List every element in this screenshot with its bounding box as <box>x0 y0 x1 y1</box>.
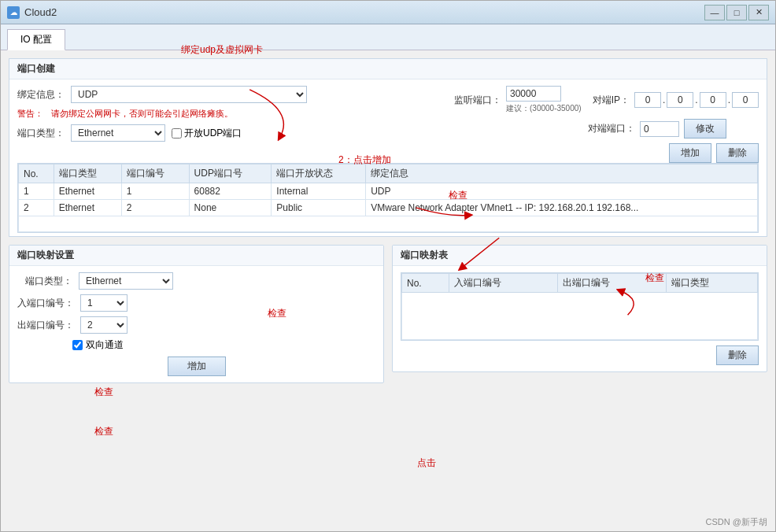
cell-udp: 60882 <box>189 183 272 200</box>
col-bind: 绑定信息 <box>366 164 758 183</box>
port-type-label: 端口类型： <box>17 127 65 140</box>
mapping-table-box: 端口映射表 No. 入端口编号 出端口编号 端口类型 <box>392 245 767 372</box>
minimize-button[interactable]: — <box>704 5 725 20</box>
port-table-container: No. 端口类型 端口编号 UDP端口号 端口开放状态 绑定信息 1 <box>17 163 759 233</box>
monitor-port-input[interactable] <box>506 86 561 102</box>
title-bar: ☁ Cloud2 — □ ✕ <box>1 1 775 24</box>
out-port-select[interactable]: 2 <box>80 316 127 334</box>
main-content: 端口创建 绑定信息： UDP 警告： 请勿绑定公网网卡，否则可能会引起 <box>1 50 775 531</box>
remote-port-input[interactable] <box>640 121 679 137</box>
maximize-button[interactable]: □ <box>726 5 747 20</box>
cell-bind: UDP <box>366 183 758 200</box>
cell-udp: None <box>189 200 272 216</box>
remote-ip-label: 对端IP： <box>593 94 630 107</box>
monitor-port-label: 监听端口： <box>454 94 501 107</box>
main-window: ☁ Cloud2 — □ ✕ IO 配置 端口创建 绑定信息： <box>0 0 776 532</box>
mapping-add-button[interactable]: 增加 <box>168 357 226 376</box>
warning-row: 警告： 请勿绑定公网网卡，否则可能会引起网络瘫痪。 <box>17 108 438 120</box>
monitor-port-section: 建议：(30000-35000) <box>506 86 582 114</box>
col-status: 端口开放状态 <box>272 164 366 183</box>
remote-port-row: 对端端口： 修改 <box>454 119 759 139</box>
mapping-settings-section: 端口映射设置 端口类型： Ethernet 入端口编号： 1 <box>9 245 384 391</box>
tab-io-config[interactable]: IO 配置 <box>7 29 65 50</box>
bidirectional-row: 双向通道 <box>72 338 375 352</box>
ip-field-3[interactable] <box>700 92 726 108</box>
cell-no: 1 <box>19 183 54 200</box>
port-type-select[interactable]: Ethernet <box>71 124 165 142</box>
modify-button[interactable]: 修改 <box>684 119 726 139</box>
table-row-empty <box>19 216 758 232</box>
create-right-form: 监听端口： 建议：(30000-35000) 对端IP： . . <box>454 86 759 163</box>
mapping-settings-body: 端口类型： Ethernet 入端口编号： 1 出端口编 <box>9 266 383 382</box>
mapping-type-label: 端口类型： <box>17 275 72 288</box>
mapping-type-select[interactable]: Ethernet <box>79 272 173 290</box>
mapping-table-container: No. 入端口编号 出端口编号 端口类型 <box>401 272 759 341</box>
warning-label: 警告： <box>17 108 45 120</box>
port-type-row: 端口类型： Ethernet 开放UDP端口 <box>17 124 438 142</box>
add-delete-row: 增加 删除 <box>454 143 759 163</box>
create-left-form: 绑定信息： UDP 警告： 请勿绑定公网网卡，否则可能会引起网络瘫痪。 端口类型… <box>17 86 438 163</box>
suggestion-hint: 建议：(30000-35000) <box>506 103 582 114</box>
create-form-area: 绑定信息： UDP 警告： 请勿绑定公网网卡，否则可能会引起网络瘫痪。 端口类型… <box>17 86 759 163</box>
delete-button[interactable]: 删除 <box>716 143 759 163</box>
bind-label: 绑定信息： <box>17 88 65 102</box>
mapping-table: No. 入端口编号 出端口编号 端口类型 <box>401 273 758 340</box>
cell-status: Public <box>272 200 366 216</box>
window-controls: — □ ✕ <box>704 5 769 20</box>
out-port-label: 出端口编号： <box>17 319 74 332</box>
cell-bind: VMware Network Adapter VMnet1 -- IP: 192… <box>366 200 758 216</box>
port-create-body: 绑定信息： UDP 警告： 请勿绑定公网网卡，否则可能会引起网络瘫痪。 端口类型… <box>9 79 767 236</box>
in-port-label: 入端口编号： <box>17 297 74 310</box>
map-col-out: 出端口编号 <box>558 274 667 293</box>
ip-field-1[interactable] <box>634 92 661 108</box>
table-row[interactable]: 1 Ethernet 1 60882 Internal UDP <box>19 183 758 200</box>
col-type: 端口类型 <box>54 164 121 183</box>
bind-select[interactable]: UDP <box>71 86 307 103</box>
close-button[interactable]: ✕ <box>748 5 769 20</box>
in-port-row: 入端口编号： 1 <box>17 294 375 312</box>
ip-input-group: . . . <box>634 92 759 108</box>
map-col-no: No. <box>402 274 449 293</box>
map-col-type: 端口类型 <box>667 274 758 293</box>
bottom-sections: 端口映射设置 端口类型： Ethernet 入端口编号： 1 <box>9 245 767 391</box>
cell-no: 2 <box>19 200 54 216</box>
mapping-settings-box: 端口映射设置 端口类型： Ethernet 入端口编号： 1 <box>9 245 384 383</box>
port-create-section: 端口创建 绑定信息： UDP 警告： 请勿绑定公网网卡，否则可能会引起 <box>9 58 767 237</box>
monitor-port-row: 监听端口： 建议：(30000-35000) 对端IP： . . <box>454 86 759 114</box>
mapping-table-section: 端口映射表 No. 入端口编号 出端口编号 端口类型 <box>392 245 767 391</box>
cell-num: 1 <box>121 183 189 200</box>
bidirectional-checkbox[interactable] <box>72 340 83 350</box>
port-table: No. 端口类型 端口编号 UDP端口号 端口开放状态 绑定信息 1 <box>18 164 758 232</box>
mapping-add-row: 增加 <box>17 357 375 376</box>
remote-port-label: 对端端口： <box>588 122 635 135</box>
open-udp-checkbox[interactable] <box>172 128 182 139</box>
add-button[interactable]: 增加 <box>669 143 711 163</box>
open-udp-label[interactable]: 开放UDP端口 <box>172 127 242 140</box>
mapping-settings-title: 端口映射设置 <box>9 246 383 266</box>
bidirectional-label: 双向通道 <box>86 338 124 352</box>
app-icon: ☁ <box>7 6 20 19</box>
col-udp: UDP端口号 <box>189 164 272 183</box>
tab-bar: IO 配置 <box>1 24 775 50</box>
window-title: Cloud2 <box>24 6 704 18</box>
footer-text: CSDN @新手胡 <box>706 516 767 528</box>
ip-field-4[interactable] <box>732 92 759 108</box>
col-num: 端口编号 <box>121 164 189 183</box>
in-port-select[interactable]: 1 <box>80 294 127 312</box>
warning-text: 请勿绑定公网网卡，否则可能会引起网络瘫痪。 <box>51 108 233 120</box>
cell-type: Ethernet <box>54 200 121 216</box>
cell-type: Ethernet <box>54 183 121 200</box>
cell-status: Internal <box>272 183 366 200</box>
col-no: No. <box>19 164 54 183</box>
out-port-row: 出端口编号： 2 <box>17 316 375 334</box>
map-col-in: 入端口编号 <box>449 274 558 293</box>
mapping-table-empty <box>402 293 758 340</box>
mapping-table-body: No. 入端口编号 出端口编号 端口类型 <box>393 266 767 371</box>
mapping-table-title: 端口映射表 <box>393 246 767 266</box>
ip-field-2[interactable] <box>667 92 693 108</box>
mapping-delete-button[interactable]: 删除 <box>716 345 759 365</box>
port-create-title: 端口创建 <box>9 59 767 79</box>
bind-row: 绑定信息： UDP <box>17 86 438 103</box>
mapping-delete-row: 删除 <box>401 345 759 365</box>
table-row[interactable]: 2 Ethernet 2 None Public VMware Network … <box>19 200 758 216</box>
